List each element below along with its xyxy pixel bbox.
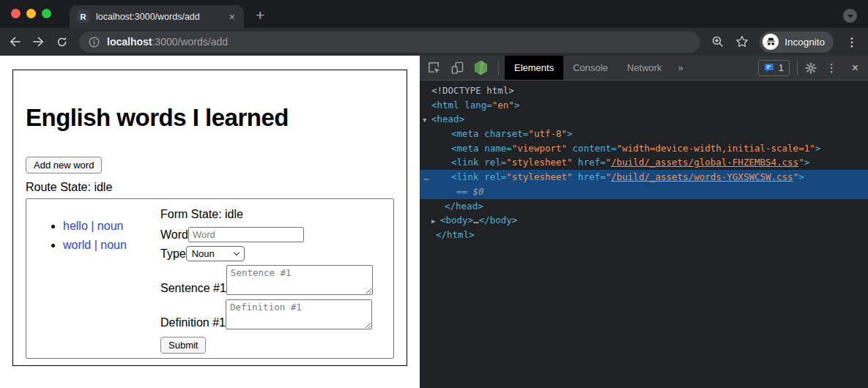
incognito-label: Incognito — [784, 37, 825, 48]
incognito-badge: Incognito — [760, 31, 834, 53]
tab-search-button[interactable] — [843, 9, 857, 23]
bookmark-star-icon[interactable] — [735, 35, 749, 48]
sentence-label: Sentence #1 — [160, 282, 226, 295]
word-input[interactable] — [188, 227, 304, 242]
devtools-code-line[interactable]: <link rel="stylesheet" href="/build/_ass… — [420, 155, 868, 170]
chevron-down-icon — [847, 15, 853, 18]
remix-favicon-icon: R — [77, 10, 89, 23]
browser-tab-strip: R localhost:3000/words/add × + — [0, 0, 868, 28]
page-content: English words I learned Add new word Rou… — [0, 56, 420, 388]
reload-button[interactable] — [56, 36, 68, 48]
tab-close-icon[interactable]: × — [228, 11, 237, 23]
word-list: hello | noun world | noun — [34, 206, 160, 351]
forward-button[interactable] — [32, 36, 45, 48]
issues-count: 1 — [779, 63, 784, 73]
issues-button[interactable]: 1 — [758, 60, 790, 76]
type-label: Type — [160, 247, 186, 261]
devtools-code-line[interactable]: == $0 — [420, 184, 868, 199]
devtools-toolbar: Elements Console Network » 1 ⋮ × — [420, 56, 868, 81]
content-area: English words I learned Add new word Rou… — [0, 56, 868, 388]
tab-console[interactable]: Console — [563, 56, 617, 80]
words-panel: hello | noun world | noun Form State: id… — [26, 198, 394, 359]
devtools-code-line[interactable]: </head> — [420, 199, 868, 214]
devtools-panel: Elements Console Network » 1 ⋮ × — [420, 56, 868, 388]
devtools-code-line[interactable]: <meta charset="utf-8"> — [420, 127, 868, 141]
browser-toolbar: localhost:3000/words/add Incognito ⋮ — [0, 28, 868, 56]
tab-title: localhost:3000/words/add — [96, 12, 221, 22]
form-state-text: Form State: idle — [160, 208, 386, 221]
app-card: English words I learned Add new word Rou… — [12, 70, 407, 366]
fullscreen-window-button[interactable] — [42, 9, 51, 18]
devtools-code-line[interactable]: </html> — [420, 228, 868, 242]
submit-button[interactable]: Submit — [160, 337, 206, 354]
devtools-code-line[interactable]: ▶<body>…</body> — [420, 213, 868, 228]
settings-gear-icon[interactable] — [804, 62, 818, 74]
add-new-word-button[interactable]: Add new word — [26, 157, 102, 174]
window-controls — [11, 9, 51, 18]
nodejs-icon[interactable] — [474, 61, 488, 75]
device-toolbar-icon[interactable] — [450, 61, 464, 75]
back-button[interactable] — [9, 36, 21, 48]
sentence-textarea[interactable] — [226, 265, 373, 295]
word-link[interactable]: world | noun — [63, 239, 127, 251]
url-text: localhost:3000/words/add — [107, 36, 228, 48]
incognito-icon — [763, 34, 779, 50]
tab-network[interactable]: Network — [617, 56, 672, 80]
new-tab-button[interactable]: + — [256, 8, 264, 23]
divider — [797, 61, 798, 75]
tab-elements[interactable]: Elements — [505, 56, 563, 80]
chevron-down-icon — [233, 250, 239, 255]
word-label: Word — [160, 228, 188, 242]
zoom-indicator-icon[interactable] — [711, 35, 724, 48]
browser-window: R localhost:3000/words/add × + localhost… — [0, 0, 868, 388]
type-select[interactable]: Noun — [186, 246, 245, 261]
divider — [498, 61, 499, 75]
add-word-form: Form State: idle Word Type Noun — [160, 206, 386, 351]
browser-menu-icon[interactable]: ⋮ — [845, 35, 859, 49]
devtools-code-line[interactable]: ▼<head> — [420, 112, 868, 127]
devtools-code-line[interactable]: <html lang="en"> — [420, 98, 868, 113]
more-tabs-icon[interactable]: » — [672, 62, 690, 73]
close-window-button[interactable] — [11, 9, 21, 18]
devtools-code: <!DOCTYPE html><html lang="en">▼<head><m… — [420, 81, 868, 388]
minimize-window-button[interactable] — [26, 9, 36, 18]
word-link[interactable]: hello | noun — [63, 220, 123, 232]
definition-label: Definition #1 — [160, 316, 226, 329]
devtools-menu-icon[interactable]: ⋮ — [818, 61, 845, 75]
site-info-icon[interactable] — [89, 37, 100, 48]
route-state-text: Route State: idle — [26, 181, 394, 194]
list-item: world | noun — [63, 236, 160, 255]
devtools-code-line[interactable]: …<link rel="stylesheet" href="/build/_as… — [420, 170, 868, 184]
browser-tab[interactable]: R localhost:3000/words/add × — [70, 5, 244, 28]
inspect-element-icon[interactable] — [427, 61, 441, 75]
address-bar[interactable]: localhost:3000/words/add — [79, 31, 700, 53]
devtools-code-line[interactable]: <meta name="viewport" content="width=dev… — [420, 141, 868, 156]
devtools-code-line[interactable]: <!DOCTYPE html> — [420, 83, 868, 98]
devtools-close-icon[interactable]: × — [845, 61, 868, 75]
issues-icon — [764, 63, 774, 73]
list-item: hello | noun — [63, 217, 160, 236]
page-title: English words I learned — [26, 104, 394, 132]
definition-textarea[interactable] — [226, 299, 372, 329]
line-options-dots: … — [423, 170, 429, 184]
